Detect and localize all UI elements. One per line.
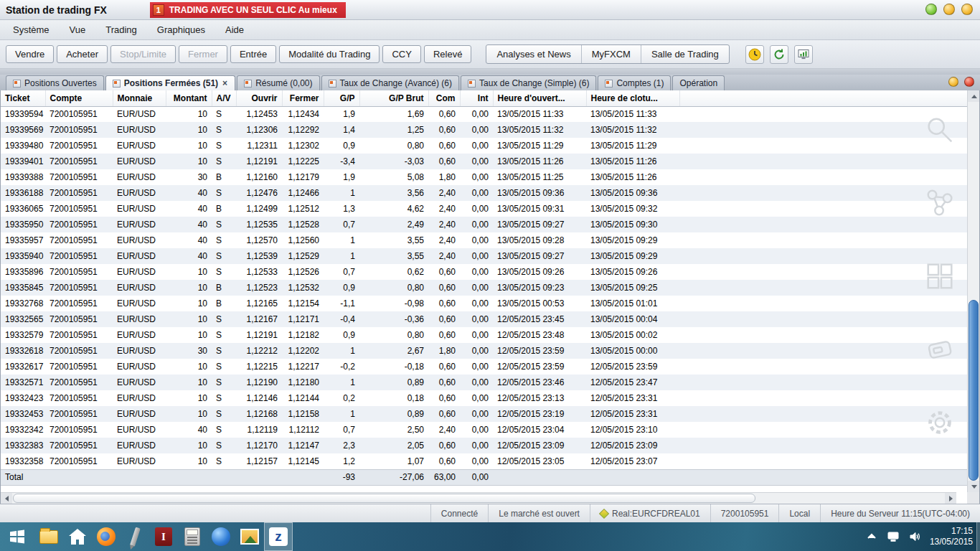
table-row[interactable]: 193358967200105951EUR/USD10S1,125331,125…: [1, 264, 969, 280]
tray-display-icon[interactable]: [887, 530, 900, 543]
cell-fermer: 1,12112: [282, 422, 324, 438]
column-ticket[interactable]: Ticket: [1, 90, 45, 106]
scroll-up-icon[interactable]: [968, 90, 980, 102]
column-compte[interactable]: Compte: [45, 90, 113, 106]
table-row[interactable]: 193323427200105951EUR/USD40S1,121191,121…: [1, 422, 969, 438]
column-fermer[interactable]: Fermer: [282, 90, 324, 106]
table-row[interactable]: 193394017200105951EUR/USD10S1,121911,122…: [1, 154, 969, 169]
column-av[interactable]: A/V: [212, 90, 236, 106]
market-monitor-icon[interactable]: [794, 45, 813, 64]
menu-systeme[interactable]: Système: [4, 22, 58, 38]
table-row[interactable]: 193326187200105951EUR/USD30S1,122121,122…: [1, 343, 969, 359]
scroll-right-icon[interactable]: [945, 493, 956, 504]
refresh-icon[interactable]: [770, 45, 788, 64]
ccy-button[interactable]: CCY: [382, 45, 420, 63]
horizontal-scrollbar[interactable]: [1, 492, 956, 504]
photos-icon[interactable]: [235, 522, 264, 551]
myfxcm-link[interactable]: MyFXCM: [582, 45, 641, 63]
table-row[interactable]: 193394807200105951EUR/USD10S1,123111,123…: [1, 138, 969, 154]
scroll-down-icon[interactable]: [968, 481, 980, 492]
calculator-icon[interactable]: [178, 522, 207, 551]
vertical-scrollbar[interactable]: [967, 90, 979, 492]
table-row[interactable]: 193323837200105951EUR/USD10S1,121701,121…: [1, 438, 969, 453]
vertical-scrollbar-thumb[interactable]: [969, 300, 979, 481]
table-row[interactable]: 193361887200105951EUR/USD40S1,124761,124…: [1, 185, 969, 201]
tab-positions-ouvertes[interactable]: Positions Ouvertes: [6, 75, 104, 90]
trading-station-app-icon[interactable]: z: [264, 522, 293, 551]
column-monnaie[interactable]: Monnaie: [113, 90, 166, 106]
cell-compte: 7200105951: [45, 311, 113, 327]
table-row[interactable]: 193395697200105951EUR/USD10S1,123061,122…: [1, 122, 969, 138]
tab-taux-change-simple[interactable]: Taux de Change (Simple) (6): [461, 75, 596, 90]
window-restore-button[interactable]: [943, 4, 955, 15]
table-row[interactable]: 193325657200105951EUR/USD10S1,121671,121…: [1, 311, 969, 327]
column-montant[interactable]: Montant: [166, 90, 212, 106]
table-row[interactable]: 193323587200105951EUR/USD10S1,121571,121…: [1, 453, 969, 469]
cell-fermer: 1,12225: [282, 154, 324, 169]
fermer-button[interactable]: Fermer: [179, 45, 227, 63]
trading-alert-app-icon[interactable]: I: [149, 522, 178, 551]
vendre-button[interactable]: Vendre: [6, 45, 54, 63]
column-heure-ouverture[interactable]: Heure d'ouvert...: [493, 90, 586, 106]
table-row[interactable]: 193393887200105951EUR/USD30B1,121601,121…: [1, 169, 969, 185]
tray-clock[interactable]: 17:15 13/05/2015: [930, 526, 973, 547]
tab-comptes[interactable]: Comptes (1): [598, 75, 671, 90]
column-gp-brut[interactable]: G/P Brut: [359, 90, 428, 106]
file-explorer-icon[interactable]: [34, 522, 63, 551]
table-row[interactable]: 193360657200105951EUR/USD40B1,124991,125…: [1, 201, 969, 217]
tab-positions-fermees[interactable]: Positions Fermées (51) ×: [105, 75, 235, 90]
pen-tool-icon[interactable]: [121, 522, 149, 551]
workspace-close-button[interactable]: [964, 77, 974, 87]
acheter-button[interactable]: Acheter: [57, 45, 108, 63]
column-heure-cloture[interactable]: Heure de clotu...: [586, 90, 679, 106]
clock-icon[interactable]: [745, 45, 764, 64]
cell-montant: 10: [166, 327, 212, 343]
tray-expand-icon[interactable]: [865, 530, 878, 543]
column-com[interactable]: Com: [428, 90, 460, 106]
entree-button[interactable]: Entrée: [230, 45, 276, 63]
menu-graphiques[interactable]: Graphiques: [149, 22, 214, 38]
stop-limite-button[interactable]: Stop/Limite: [110, 45, 176, 63]
tab-close-icon[interactable]: ×: [222, 78, 228, 88]
cell-monnaie: EUR/USD: [113, 296, 166, 311]
table-row[interactable]: 193325797200105951EUR/USD10S1,121911,121…: [1, 327, 969, 343]
table-row[interactable]: 193327687200105951EUR/USD10B1,121651,121…: [1, 296, 969, 311]
show-desktop-button[interactable]: [976, 522, 980, 551]
table-row[interactable]: 193359507200105951EUR/USD40S1,125351,125…: [1, 217, 969, 232]
firefox-icon[interactable]: [92, 522, 121, 551]
cell-fermer: 1,12202: [282, 343, 324, 359]
window-minimize-button[interactable]: [925, 4, 937, 15]
tab-resume[interactable]: Résumé (0,00): [237, 75, 319, 90]
table-row[interactable]: 193325717200105951EUR/USD10S1,121901,121…: [1, 375, 969, 390]
analyses-news-link[interactable]: Analyses et News: [486, 45, 581, 63]
table-row[interactable]: 193326177200105951EUR/USD10S1,122151,122…: [1, 359, 969, 375]
tab-taux-change-avance[interactable]: Taux de Change (Avancé) (6): [321, 75, 460, 90]
table-row[interactable]: 193324537200105951EUR/USD10S1,121681,121…: [1, 406, 969, 422]
tab-operation[interactable]: Opération: [672, 75, 725, 90]
window-close-button[interactable]: [961, 4, 973, 15]
cell-ticket: 19332383: [1, 438, 45, 453]
menu-trading[interactable]: Trading: [97, 22, 146, 38]
modalite-trading-button[interactable]: Modalité du Trading: [279, 45, 380, 63]
table-row[interactable]: 193324237200105951EUR/USD10S1,121461,121…: [1, 390, 969, 406]
table-row[interactable]: 193358457200105951EUR/USD10B1,125231,125…: [1, 280, 969, 296]
column-ouvrir[interactable]: Ouvrir: [236, 90, 282, 106]
table-row[interactable]: 193359577200105951EUR/USD40S1,125701,125…: [1, 232, 969, 248]
browser-sphere-icon[interactable]: [207, 522, 235, 551]
one-click-trading-banner[interactable]: 1 TRADING AVEC UN SEUL CLIC Au mieux: [150, 2, 346, 18]
horizontal-scrollbar-thumb[interactable]: [13, 494, 755, 503]
releve-button[interactable]: Relevé: [424, 45, 471, 63]
menu-aide[interactable]: Aide: [217, 22, 253, 38]
cell-monnaie: EUR/USD: [113, 248, 166, 264]
scroll-left-icon[interactable]: [1, 493, 12, 504]
column-gp[interactable]: G/P: [324, 90, 359, 106]
home-icon[interactable]: [63, 522, 92, 551]
salle-trading-link[interactable]: Salle de Trading: [641, 45, 729, 63]
table-row[interactable]: 193395947200105951EUR/USD10S1,124531,124…: [1, 106, 969, 122]
column-int[interactable]: Int: [460, 90, 493, 106]
menu-vue[interactable]: Vue: [61, 22, 95, 38]
start-button[interactable]: [0, 522, 34, 551]
workspace-minimize-button[interactable]: [948, 77, 958, 87]
table-row[interactable]: 193359407200105951EUR/USD40S1,125391,125…: [1, 248, 969, 264]
tray-volume-icon[interactable]: [908, 530, 921, 543]
